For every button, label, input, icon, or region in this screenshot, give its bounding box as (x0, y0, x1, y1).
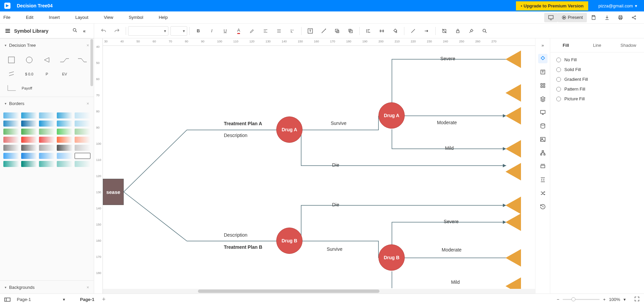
close-icon[interactable]: × (86, 101, 89, 106)
bold-button[interactable]: B (192, 26, 205, 36)
fill-option[interactable]: Gradient Fill (556, 77, 638, 82)
horizontal-scrollbar[interactable] (103, 289, 535, 294)
drug-a-sub-node[interactable]: Drug A (378, 102, 405, 129)
image-icon[interactable] (538, 135, 548, 144)
border-swatch[interactable] (57, 129, 73, 135)
text-props-icon[interactable] (538, 67, 548, 77)
shuffle-icon[interactable] (538, 189, 548, 198)
border-swatch[interactable] (3, 121, 19, 127)
outcome-triangle[interactable] (506, 107, 521, 125)
undo-button[interactable] (97, 26, 110, 36)
border-swatch[interactable] (39, 153, 55, 159)
drug-b-node[interactable]: Drug B (276, 228, 303, 254)
download-icon[interactable] (600, 13, 614, 22)
border-swatch[interactable] (39, 121, 55, 127)
tab-line[interactable]: Line (581, 38, 613, 52)
font-size-select[interactable]: ▾ (170, 26, 187, 36)
tab-fill[interactable]: Fill (550, 38, 581, 52)
crop-button[interactable] (438, 26, 451, 36)
radio-input[interactable] (556, 77, 561, 82)
screen-icon[interactable] (544, 13, 558, 22)
shape-prob[interactable]: P (39, 68, 54, 80)
page-tab[interactable]: Page-1 (75, 297, 100, 302)
border-swatch[interactable] (75, 112, 90, 118)
layers-icon[interactable] (538, 94, 548, 104)
border-swatch[interactable] (21, 112, 37, 118)
border-swatch[interactable] (21, 137, 37, 143)
border-swatch[interactable] (3, 153, 19, 159)
close-icon[interactable]: × (86, 43, 89, 48)
section-header-decision-tree[interactable]: Decision Tree × (0, 39, 94, 52)
fullscreen-icon[interactable] (634, 296, 640, 303)
menu-edit[interactable]: Edit (26, 15, 33, 20)
border-swatch[interactable] (75, 121, 90, 127)
account-menu[interactable]: pizza@gmail.com ▾ (588, 3, 644, 8)
align-text-button[interactable] (259, 26, 272, 36)
border-swatch[interactable] (21, 129, 37, 135)
border-swatch[interactable] (3, 137, 19, 143)
database-icon[interactable] (538, 121, 548, 131)
zoom-out-button[interactable]: − (557, 297, 560, 302)
border-swatch[interactable] (75, 137, 90, 143)
drug-b-sub-node[interactable]: Drug B (378, 244, 405, 271)
shape-back-button[interactable] (344, 26, 357, 36)
border-swatch[interactable] (75, 129, 90, 135)
shape-branch1[interactable] (57, 54, 72, 66)
print-icon[interactable] (614, 13, 627, 22)
spacing-icon[interactable] (538, 175, 548, 184)
presentation-icon[interactable] (538, 108, 548, 117)
fill-color-button[interactable] (389, 26, 402, 36)
border-swatch[interactable] (39, 137, 55, 143)
border-swatch[interactable] (39, 145, 55, 151)
line-spacing-button[interactable] (272, 26, 286, 36)
radio-input[interactable] (556, 97, 561, 101)
root-node[interactable]: sease (103, 179, 124, 205)
shape-square[interactable] (4, 54, 19, 66)
history-icon[interactable] (538, 202, 548, 211)
drug-a-node[interactable]: Drug A (276, 116, 303, 143)
border-swatch[interactable] (39, 161, 55, 167)
fill-option[interactable]: Pattern Fill (556, 87, 638, 92)
shape-front-button[interactable] (330, 26, 344, 36)
menu-layout[interactable]: Layout (75, 15, 88, 20)
dimensions-icon[interactable] (538, 162, 548, 171)
italic-button[interactable]: I (205, 26, 218, 36)
border-swatch[interactable] (3, 129, 19, 135)
section-header-borders[interactable]: Borders × (0, 97, 94, 110)
distribute-button[interactable] (375, 26, 389, 36)
zoom-value[interactable]: 100% (609, 297, 620, 302)
present-button[interactable]: Present (558, 13, 587, 22)
pages-icon[interactable] (4, 297, 11, 302)
radio-input[interactable] (556, 67, 561, 72)
font-color-button[interactable]: A (232, 26, 245, 36)
fill-option[interactable]: No Fill (556, 57, 638, 62)
expand-panel-icon[interactable]: » (538, 40, 548, 50)
search-canvas-button[interactable] (478, 26, 491, 36)
align-objects-button[interactable] (362, 26, 375, 36)
border-swatch[interactable] (57, 153, 73, 159)
line-style-button[interactable] (406, 26, 420, 36)
border-swatch[interactable] (75, 145, 90, 151)
fill-tool-icon[interactable] (538, 54, 548, 63)
section-header-backgrounds[interactable]: Backgrounds × (0, 281, 94, 294)
shape-payoff[interactable]: Payoff (22, 82, 54, 94)
outcome-triangle[interactable] (506, 140, 521, 158)
collapse-icon[interactable]: « (80, 28, 89, 34)
outcome-triangle[interactable] (506, 213, 521, 231)
close-icon[interactable]: × (86, 285, 89, 290)
border-swatch[interactable] (3, 145, 19, 151)
chevron-down-icon[interactable]: ▾ (623, 297, 626, 302)
shape-lines[interactable] (4, 68, 19, 80)
radio-input[interactable] (556, 58, 561, 62)
page-select[interactable]: Page-1▾ (14, 296, 68, 304)
highlight-button[interactable] (245, 26, 259, 36)
underline-button[interactable]: U (218, 26, 232, 36)
share-icon[interactable] (627, 13, 641, 22)
outcome-triangle[interactable] (506, 84, 521, 102)
add-page-button[interactable]: + (100, 296, 108, 303)
outcome-triangle[interactable] (506, 50, 521, 68)
shape-triangle[interactable] (39, 54, 54, 66)
sitemap-icon[interactable] (538, 148, 548, 158)
app-logo-icon[interactable] (0, 0, 15, 11)
outcome-triangle[interactable] (506, 163, 521, 180)
